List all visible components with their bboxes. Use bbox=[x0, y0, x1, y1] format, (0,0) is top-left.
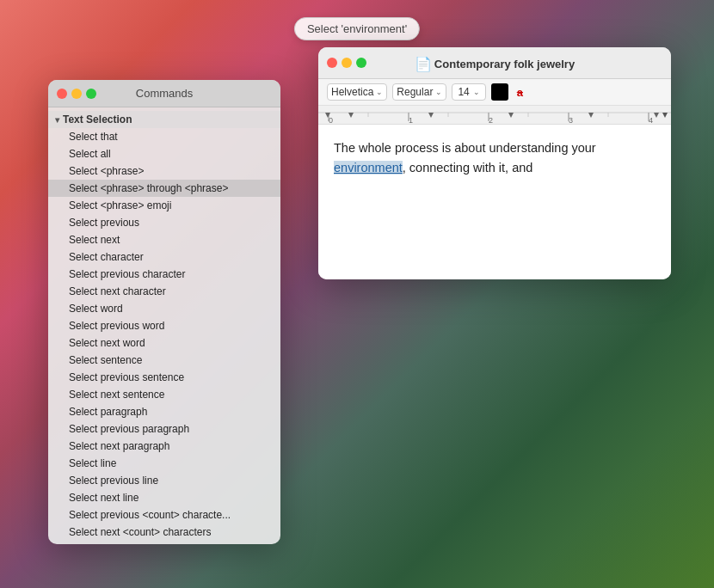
editor-maximize-button[interactable] bbox=[356, 58, 366, 68]
svg-marker-17 bbox=[428, 113, 434, 118]
editor-window-controls bbox=[327, 58, 366, 68]
command-item[interactable]: Select next line bbox=[48, 489, 280, 506]
editor-content[interactable]: The whole process is about understanding… bbox=[318, 125, 671, 279]
command-item[interactable]: Select previous word bbox=[48, 317, 280, 334]
font-family-select[interactable]: Helvetica ⌄ bbox=[327, 83, 387, 101]
font-size-chevron-icon: ⌄ bbox=[473, 88, 480, 96]
command-item[interactable]: Select word bbox=[48, 300, 280, 317]
editor-title-text: Contemporary folk jewelry bbox=[434, 58, 575, 70]
command-item[interactable]: Select previous sentence bbox=[48, 369, 280, 386]
svg-marker-16 bbox=[348, 113, 354, 118]
ruler: 0 1 2 3 4 bbox=[318, 106, 671, 125]
color-swatch[interactable] bbox=[491, 83, 508, 101]
font-style-select[interactable]: Regular ⌄ bbox=[392, 83, 446, 101]
command-item[interactable]: Select next <count> characters bbox=[48, 524, 280, 541]
font-size-control[interactable]: 14 ⌄ bbox=[452, 83, 485, 101]
command-item[interactable]: Select paragraph bbox=[48, 403, 280, 420]
font-style-chevron-icon: ⌄ bbox=[435, 88, 442, 96]
svg-marker-21 bbox=[662, 113, 668, 118]
document-icon: 📄 bbox=[415, 56, 430, 71]
command-item[interactable]: Select character bbox=[48, 248, 280, 266]
tooltip-bubble: Select 'environment' bbox=[294, 17, 420, 40]
command-item[interactable]: Select previous bbox=[48, 214, 280, 231]
section-label: Text Selection bbox=[63, 113, 132, 126]
svg-text:2: 2 bbox=[489, 116, 493, 125]
text-selection-section-header: ▾ Text Selection bbox=[48, 111, 280, 128]
command-item[interactable]: Select next character bbox=[48, 283, 280, 300]
command-item[interactable]: Select all bbox=[48, 145, 280, 162]
command-item[interactable]: Select sentence bbox=[48, 352, 280, 369]
command-item[interactable]: Select <phrase> bbox=[48, 162, 280, 180]
svg-text:1: 1 bbox=[409, 116, 413, 125]
editor-window: 📄 Contemporary folk jewelry Helvetica ⌄ … bbox=[318, 47, 671, 279]
svg-text:3: 3 bbox=[569, 116, 573, 125]
editor-title: 📄 Contemporary folk jewelry bbox=[329, 56, 661, 71]
window-controls bbox=[57, 89, 96, 99]
command-item[interactable]: Select next paragraph bbox=[48, 438, 280, 455]
command-item[interactable]: Select next word bbox=[48, 334, 280, 352]
svg-marker-18 bbox=[508, 113, 514, 118]
strikethrough-button[interactable]: a bbox=[514, 85, 526, 100]
font-family-label: Helvetica bbox=[331, 86, 373, 98]
editor-minimize-button[interactable] bbox=[342, 58, 352, 68]
svg-marker-19 bbox=[588, 113, 594, 118]
command-item[interactable]: Select previous paragraph bbox=[48, 420, 280, 438]
commands-list: ▾ Text Selection Select thatSelect allSe… bbox=[48, 107, 280, 544]
commands-window-title: Commands bbox=[136, 87, 193, 100]
svg-text:4: 4 bbox=[649, 116, 653, 125]
command-item[interactable]: Select previous line bbox=[48, 472, 280, 489]
command-item[interactable]: Select previous character bbox=[48, 266, 280, 283]
svg-marker-20 bbox=[654, 113, 659, 118]
editor-paragraph: The whole process is about understanding… bbox=[334, 138, 656, 178]
content-after: , connecting with it, and bbox=[403, 161, 533, 175]
editor-titlebar: 📄 Contemporary folk jewelry bbox=[318, 47, 671, 79]
content-before: The whole process is about understanding… bbox=[334, 141, 596, 155]
command-item[interactable]: Select previous <count> characte... bbox=[48, 506, 280, 524]
editor-close-button[interactable] bbox=[327, 58, 337, 68]
ruler-svg: 0 1 2 3 4 bbox=[318, 106, 671, 125]
minimize-button[interactable] bbox=[71, 89, 82, 99]
command-item[interactable]: Select <phrase> through <phrase> bbox=[48, 180, 280, 197]
command-item[interactable]: Select next bbox=[48, 231, 280, 248]
maximize-button[interactable] bbox=[86, 89, 96, 99]
command-item[interactable]: Select <phrase> emoji bbox=[48, 197, 280, 214]
font-family-chevron-icon: ⌄ bbox=[376, 88, 383, 96]
svg-text:0: 0 bbox=[329, 116, 333, 125]
chevron-down-icon: ▾ bbox=[55, 115, 59, 125]
editor-toolbar: Helvetica ⌄ Regular ⌄ 14 ⌄ a bbox=[318, 79, 671, 106]
font-style-label: Regular bbox=[397, 86, 433, 98]
close-button[interactable] bbox=[57, 89, 67, 99]
commands-window: Commands ▾ Text Selection Select thatSel… bbox=[48, 80, 280, 544]
highlighted-word: environment bbox=[334, 161, 403, 175]
command-item[interactable]: Select that bbox=[48, 128, 280, 145]
font-size-label: 14 bbox=[458, 86, 469, 98]
command-item[interactable]: Select line bbox=[48, 455, 280, 472]
command-item[interactable]: Select next sentence bbox=[48, 386, 280, 403]
commands-titlebar: Commands bbox=[48, 80, 280, 107]
